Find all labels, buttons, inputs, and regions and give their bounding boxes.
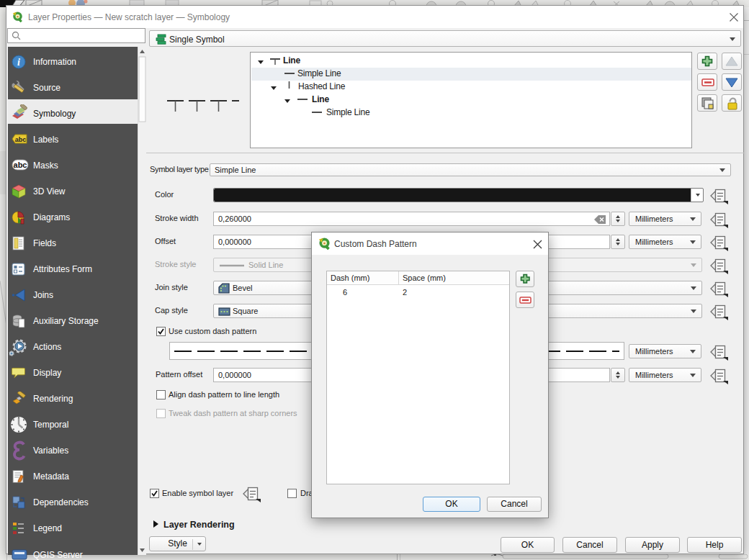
svg-text:abc: abc	[15, 136, 27, 143]
svg-text:i: i	[17, 57, 20, 68]
svg-text:abc: abc	[14, 161, 27, 169]
